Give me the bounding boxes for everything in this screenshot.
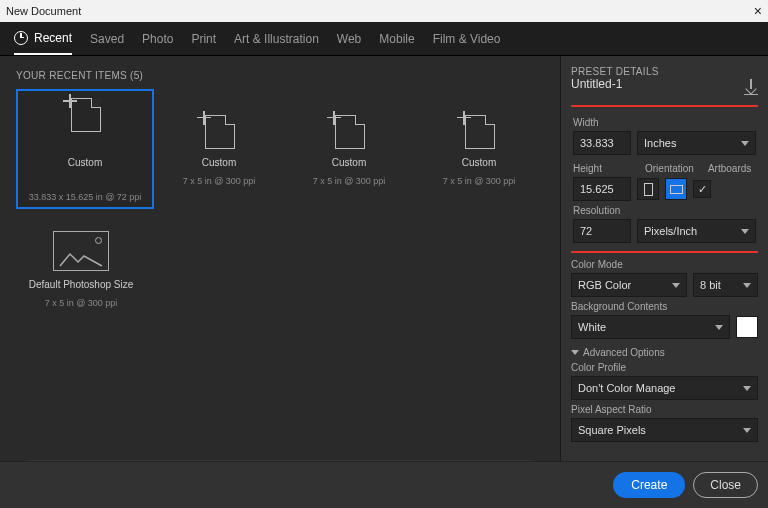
preset-subtitle: 7 x 5 in @ 300 ppi [45,298,118,308]
background-select[interactable]: White [571,315,730,339]
document-icon [327,113,371,149]
preset-card[interactable]: Custom 7 x 5 in @ 300 ppi [284,89,414,209]
chevron-down-icon [741,229,749,234]
photo-icon [53,231,109,271]
width-input[interactable] [573,131,631,155]
orientation-landscape[interactable] [665,178,687,200]
category-tabs: Recent Saved Photo Print Art & Illustrat… [0,22,768,56]
preset-card[interactable]: Custom 33.833 x 15.625 in @ 72 ppi [16,89,154,209]
preset-subtitle: 7 x 5 in @ 300 ppi [183,176,256,186]
height-label: Height [573,163,631,174]
tab-print[interactable]: Print [191,22,216,55]
document-icon [63,96,107,132]
tab-web[interactable]: Web [337,22,361,55]
preset-title: Custom [68,157,102,168]
pixel-aspect-select[interactable]: Square Pixels [571,418,758,442]
preset-title: Default Photoshop Size [29,279,134,290]
document-name[interactable]: Untitled-1 [571,77,622,91]
highlighted-dimensions: Width Inches Height Orientation Artboard… [571,105,758,253]
recent-items-label: YOUR RECENT ITEMS (5) [16,70,544,81]
tab-photo[interactable]: Photo [142,22,173,55]
tab-saved[interactable]: Saved [90,22,124,55]
color-profile-label: Color Profile [571,362,758,373]
document-icon [197,113,241,149]
artboards-label: Artboards [708,163,751,174]
chevron-down-icon [715,325,723,330]
chevron-down-icon [743,428,751,433]
bit-depth-select[interactable]: 8 bit [693,273,758,297]
resolution-input[interactable] [573,219,631,243]
download-preset-icon[interactable] [744,81,758,95]
tab-recent[interactable]: Recent [14,22,72,55]
preset-card[interactable]: Default Photoshop Size 7 x 5 in @ 300 pp… [16,209,146,329]
orientation-portrait[interactable] [637,178,659,200]
tab-film[interactable]: Film & Video [433,22,501,55]
title-bar: New Document × [0,0,768,22]
height-input[interactable] [573,177,631,201]
background-label: Background Contents [571,301,758,312]
chevron-down-icon [743,283,751,288]
resolution-unit-select[interactable]: Pixels/Inch [637,219,756,243]
color-mode-label: Color Mode [571,259,758,270]
preset-card[interactable]: Custom 7 x 5 in @ 300 ppi [154,89,284,209]
pixel-aspect-label: Pixel Aspect Ratio [571,404,758,415]
chevron-down-icon [741,141,749,146]
window-title: New Document [6,5,81,17]
color-profile-select[interactable]: Don't Color Manage [571,376,758,400]
preset-details-panel: PRESET DETAILS Untitled-1 Width Inches H… [560,56,768,508]
preset-title: Custom [462,157,496,168]
document-icon [457,113,501,149]
advanced-options-toggle[interactable]: Advanced Options [571,347,758,358]
close-icon[interactable]: × [754,3,762,19]
preset-grid-panel: YOUR RECENT ITEMS (5) Custom 33.833 x 15… [0,56,560,508]
color-mode-select[interactable]: RGB Color [571,273,687,297]
width-label: Width [573,117,756,128]
preset-title: Custom [202,157,236,168]
close-button[interactable]: Close [693,472,758,498]
artboards-checkbox[interactable]: ✓ [693,180,711,198]
chevron-down-icon [672,283,680,288]
tab-art[interactable]: Art & Illustration [234,22,319,55]
preset-title: Custom [332,157,366,168]
chevron-down-icon [571,350,579,355]
preset-subtitle: 7 x 5 in @ 300 ppi [313,176,386,186]
preset-card[interactable]: Custom 7 x 5 in @ 300 ppi [414,89,544,209]
width-unit-select[interactable]: Inches [637,131,756,155]
dialog-footer: Create Close [560,461,768,508]
preset-subtitle: 33.833 x 15.625 in @ 72 ppi [29,192,142,202]
orientation-label: Orientation [645,163,694,174]
clock-icon [14,31,28,45]
tab-mobile[interactable]: Mobile [379,22,414,55]
chevron-down-icon [743,386,751,391]
preset-details-label: PRESET DETAILS [571,66,758,77]
background-swatch[interactable] [736,316,758,338]
resolution-label: Resolution [573,205,756,216]
preset-subtitle: 7 x 5 in @ 300 ppi [443,176,516,186]
create-button[interactable]: Create [613,472,685,498]
